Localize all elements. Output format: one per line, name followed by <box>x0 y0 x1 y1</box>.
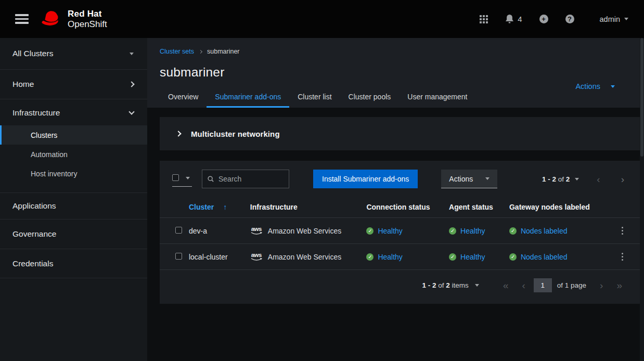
check-circle-icon <box>366 253 373 261</box>
agent-status-link[interactable]: Healthy <box>460 253 485 261</box>
actions-label: Actions <box>449 175 473 183</box>
tab-bar: Overview Submariner add-ons Cluster list… <box>160 93 644 108</box>
connection-status-link[interactable]: Healthy <box>378 227 402 235</box>
sidebar: All Clusters Home Infrastructure Cluster… <box>0 38 147 361</box>
tab-overview[interactable]: Overview <box>160 93 207 108</box>
prev-page-button[interactable]: ‹ <box>519 280 528 290</box>
sidebar-item-applications[interactable]: Applications <box>0 193 147 220</box>
expandable-section-title: Multicluster networking <box>191 130 280 138</box>
breadcrumb-link-cluster-sets[interactable]: Cluster sets <box>160 48 194 55</box>
tab-user-management[interactable]: User management <box>399 93 475 108</box>
sidebar-item-label: Governance <box>12 229 56 239</box>
redhat-openshift-logo: Red Hat OpenShift <box>39 9 107 29</box>
sidebar-item-automation[interactable]: Automation <box>0 145 147 164</box>
gateway-nodes-link[interactable]: Nodes labeled <box>521 253 568 261</box>
page-actions-dropdown[interactable]: Actions <box>575 82 615 91</box>
scrollbar-thumb[interactable] <box>640 38 643 157</box>
app-launcher-button[interactable] <box>480 15 488 23</box>
page-number-input[interactable] <box>534 278 552 292</box>
notifications-button[interactable]: 4 <box>505 14 522 24</box>
cluster-selector-label: All Clusters <box>12 49 53 58</box>
pagination-total: 2 <box>446 281 450 289</box>
breadcrumb: Cluster sets submariner <box>160 48 644 55</box>
column-header-gateway-nodes[interactable]: Gateway nodes labeled <box>509 196 619 218</box>
chevron-down-icon <box>475 284 479 287</box>
question-circle-icon: ? <box>565 15 574 23</box>
chevron-down-icon <box>624 18 628 20</box>
sidebar-item-clusters[interactable]: Clusters <box>0 125 147 145</box>
infrastructure-name: Amazon Web Services <box>268 253 341 261</box>
check-circle-icon <box>449 253 456 261</box>
chevron-right-icon <box>175 131 181 136</box>
sidebar-item-host-inventory[interactable]: Host inventory <box>0 164 147 183</box>
app-launcher-grid-icon <box>480 15 488 23</box>
sidebar-item-label: Automation <box>31 150 68 159</box>
tab-submariner-add-ons[interactable]: Submariner add-ons <box>207 93 289 108</box>
aws-icon: aws <box>250 252 263 262</box>
page-title: submariner <box>160 65 644 80</box>
sort-ascending-icon: ↑ <box>223 203 227 211</box>
column-header-infrastructure[interactable]: Infrastructure <box>250 196 367 218</box>
breadcrumb-chevron-icon <box>199 49 202 53</box>
row-checkbox[interactable] <box>175 253 182 260</box>
first-page-button[interactable]: « <box>500 280 512 290</box>
row-checkbox[interactable] <box>175 227 182 234</box>
logo-line1: Red Hat <box>68 9 107 19</box>
row-kebab-menu[interactable] <box>619 250 627 264</box>
next-page-button[interactable]: › <box>618 174 627 184</box>
help-button[interactable]: ? <box>565 15 574 23</box>
sidebar-item-label: Clusters <box>31 131 57 139</box>
tab-cluster-pools[interactable]: Cluster pools <box>340 93 400 108</box>
masthead: Red Hat OpenShift 4 + ? admin <box>0 0 644 38</box>
check-circle-icon <box>449 227 456 235</box>
user-menu-button[interactable]: admin <box>600 15 629 23</box>
clusters-table-card: Install Submariner add-ons Actions 1 - 2… <box>160 161 640 304</box>
gateway-nodes-link[interactable]: Nodes labeled <box>521 227 568 235</box>
aws-icon: aws <box>250 226 263 236</box>
page-scrollbar[interactable] <box>640 38 644 361</box>
pagination-range: 1 - 2 <box>542 175 556 183</box>
select-all-checkbox[interactable] <box>172 174 179 181</box>
cluster-selector-dropdown[interactable]: All Clusters <box>0 38 147 70</box>
prev-page-button[interactable]: ‹ <box>594 174 603 184</box>
username: admin <box>600 15 621 23</box>
next-page-button[interactable]: › <box>597 280 606 290</box>
nav-toggle-hamburger-icon[interactable] <box>15 14 29 24</box>
infrastructure-name: Amazon Web Services <box>268 227 341 235</box>
column-header-cluster[interactable]: Cluster↑ <box>189 196 250 218</box>
bulk-select-dropdown[interactable] <box>172 171 192 187</box>
tab-cluster-list[interactable]: Cluster list <box>289 93 340 108</box>
sidebar-item-label: Applications <box>12 201 56 211</box>
create-button[interactable]: + <box>539 15 548 23</box>
column-header-connection-status[interactable]: Connection status <box>366 196 449 218</box>
table-toolbar: Install Submariner add-ons Actions 1 - 2… <box>160 161 640 196</box>
pagination-total: 2 <box>566 175 570 183</box>
connection-status-link[interactable]: Healthy <box>378 253 402 261</box>
bell-icon <box>505 14 514 24</box>
sidebar-item-infrastructure[interactable]: Infrastructure <box>0 99 147 125</box>
pagination-top: 1 - 2 of 2 ‹ › <box>542 174 627 184</box>
cluster-name: local-cluster <box>189 244 250 270</box>
sidebar-item-credentials[interactable]: Credentials <box>0 249 147 278</box>
pagination-bottom: 1 - 2 of 2 items « ‹ of 1 page › » <box>160 270 640 303</box>
last-page-button[interactable]: » <box>613 280 625 290</box>
check-circle-icon <box>509 253 517 261</box>
row-kebab-menu[interactable] <box>619 224 627 238</box>
agent-status-link[interactable]: Healthy <box>460 227 485 235</box>
search-input[interactable] <box>218 175 284 183</box>
chevron-right-icon <box>128 81 134 87</box>
sidebar-item-label: Home <box>12 80 34 89</box>
column-header-agent-status[interactable]: Agent status <box>449 196 509 218</box>
multicluster-networking-expandable[interactable]: Multicluster networking <box>160 117 640 150</box>
chevron-down-icon <box>485 177 490 180</box>
redhat-fedora-icon <box>39 10 63 29</box>
chevron-down-icon <box>611 85 615 88</box>
sidebar-item-label: Infrastructure <box>12 108 60 118</box>
install-submariner-button[interactable]: Install Submariner add-ons <box>313 170 418 188</box>
page-header: Cluster sets submariner submariner Actio… <box>147 38 644 108</box>
sidebar-item-home[interactable]: Home <box>0 70 147 99</box>
table-actions-dropdown[interactable]: Actions <box>441 170 497 188</box>
sidebar-item-governance[interactable]: Governance <box>0 220 147 249</box>
table-row: dev-a aws Amazon Web Services Healt <box>160 218 640 244</box>
sidebar-item-label: Host inventory <box>31 170 77 178</box>
